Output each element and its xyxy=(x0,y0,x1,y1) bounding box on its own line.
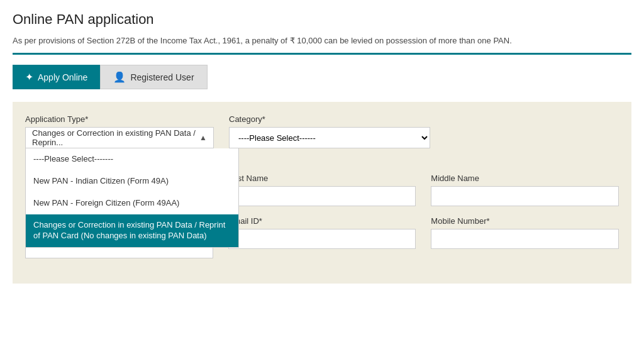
application-type-selected-value: Changes or Correction in existing PAN Da… xyxy=(32,128,199,147)
email-label: Email ID* xyxy=(228,216,416,226)
form-section: Application Type* Changes or Correction … xyxy=(13,102,631,284)
email-group: Email ID* xyxy=(228,216,416,258)
dropdown-option-changes-correction[interactable]: Changes or Correction in existing PAN Da… xyxy=(26,214,238,247)
category-label: Category* xyxy=(229,114,430,124)
middle-name-label: Middle Name xyxy=(431,174,619,183)
chevron-up-icon: ▲ xyxy=(199,133,207,142)
application-type-group: Application Type* Changes or Correction … xyxy=(25,114,214,148)
category-group: Category* ----Please Select------ Indivi… xyxy=(229,114,430,148)
page-title: Online PAN application xyxy=(13,11,631,28)
application-type-dropdown[interactable]: Changes or Correction in existing PAN Da… xyxy=(25,127,214,148)
dropdown-option-please-select[interactable]: ----Please Select------- xyxy=(26,148,238,170)
teal-divider xyxy=(13,53,631,55)
form-row-top: Application Type* Changes or Correction … xyxy=(25,114,619,148)
first-name-label: First Name xyxy=(228,174,416,183)
middle-name-input[interactable] xyxy=(431,186,619,206)
application-type-dropdown-wrapper: Changes or Correction in existing PAN Da… xyxy=(25,127,214,148)
dropdown-option-new-pan-foreign[interactable]: New PAN - Foreign Citizen (Form 49AA) xyxy=(26,192,238,214)
tab-registered-user-label: Registered User xyxy=(130,72,194,82)
mobile-label: Mobile Number* xyxy=(431,216,619,226)
registered-user-icon: 👤 xyxy=(113,71,126,83)
tab-registered-user[interactable]: 👤 Registered User xyxy=(100,65,207,89)
middle-name-group: Middle Name xyxy=(431,174,619,206)
tab-apply-online[interactable]: ✦ Apply Online xyxy=(13,65,100,89)
email-input[interactable] xyxy=(228,229,416,249)
first-name-group: First Name xyxy=(228,174,416,206)
dropdown-option-new-pan-indian[interactable]: New PAN - Indian Citizen (Form 49A) xyxy=(26,170,238,192)
application-type-dropdown-menu: ----Please Select------- New PAN - India… xyxy=(25,148,239,247)
tab-apply-online-label: Apply Online xyxy=(38,72,87,82)
apply-online-icon: ✦ xyxy=(25,71,33,83)
application-type-label: Application Type* xyxy=(25,114,214,124)
category-select[interactable]: ----Please Select------ Individual HUF C… xyxy=(229,127,430,148)
first-name-input[interactable] xyxy=(228,186,416,206)
disclaimer-text: As per provisions of Section 272B of the… xyxy=(13,35,631,47)
mobile-group: Mobile Number* xyxy=(431,216,619,258)
mobile-input[interactable] xyxy=(431,229,619,249)
tabs-row: ✦ Apply Online 👤 Registered User xyxy=(13,65,631,89)
